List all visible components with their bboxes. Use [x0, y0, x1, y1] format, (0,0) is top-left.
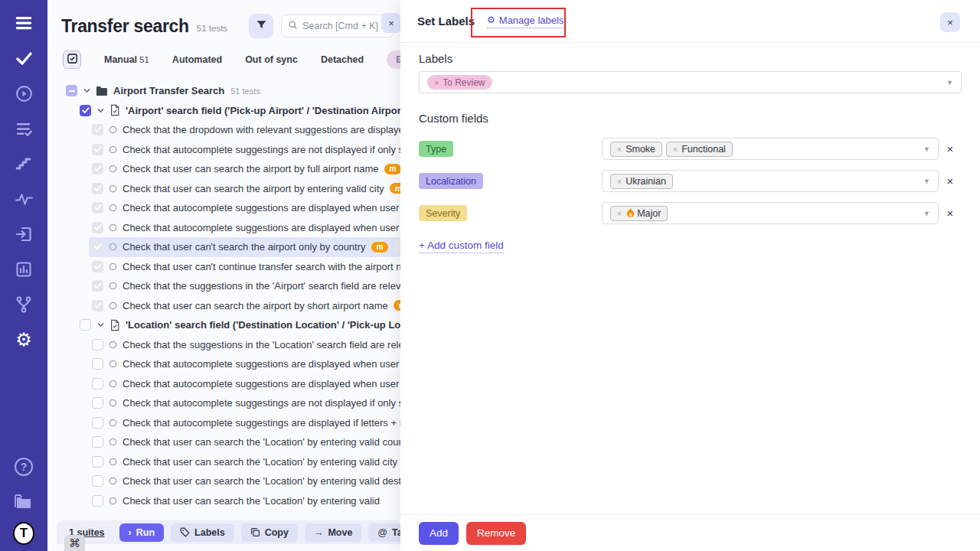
- sidebar-menu-icon[interactable]: [13, 12, 34, 34]
- row-checkbox[interactable]: [92, 163, 103, 174]
- test-row[interactable]: Check that autocomplete suggestings are …: [47, 413, 400, 433]
- sidebar-logo-icon[interactable]: T: [13, 527, 34, 548]
- test-row[interactable]: Check that user can search the 'Location…: [47, 452, 400, 472]
- row-checkbox[interactable]: [92, 456, 103, 468]
- remove-field-button[interactable]: ×: [939, 174, 962, 187]
- row-title: Check that autocomplete suggestions are …: [122, 358, 400, 370]
- tab-estimate[interactable]: Estimate: [387, 51, 400, 69]
- circle-icon: [109, 341, 117, 349]
- search-clear-button[interactable]: ×: [381, 13, 400, 33]
- row-checkbox[interactable]: [92, 495, 103, 507]
- test-row[interactable]: Check that autocomplete suggestions are …: [47, 198, 400, 218]
- test-row[interactable]: Check that autocomplete suggestions are …: [47, 218, 400, 238]
- suite-row[interactable]: 'Airport' search field ('Pick-up Airport…: [47, 101, 400, 121]
- row-checkbox[interactable]: [80, 319, 91, 331]
- row-checkbox[interactable]: [92, 417, 103, 429]
- sidebar-pulse-icon[interactable]: [13, 188, 34, 210]
- test-row[interactable]: Check that user can't continue transfer …: [47, 257, 400, 277]
- Labels-button[interactable]: Labels: [171, 523, 234, 542]
- add-button[interactable]: Add: [419, 522, 459, 545]
- sidebar-list-check-icon[interactable]: [13, 118, 34, 139]
- row-checkbox[interactable]: [92, 183, 103, 194]
- remove-value-icon[interactable]: ×: [673, 145, 678, 154]
- sidebar-play-circle-icon[interactable]: [13, 83, 34, 104]
- test-row[interactable]: Check that user can search the 'Location…: [47, 491, 400, 511]
- row-checkbox[interactable]: [66, 85, 77, 96]
- remove-value-icon[interactable]: ×: [617, 177, 622, 186]
- test-row[interactable]: Check that autocomplete suggestions are …: [47, 354, 400, 374]
- sidebar-import-icon[interactable]: [13, 223, 34, 245]
- labels-select[interactable]: ×To Review▼: [419, 71, 962, 93]
- test-row[interactable]: Check that the suggestions in the 'Airpo…: [47, 276, 400, 296]
- sidebar-steps-icon[interactable]: [13, 153, 34, 174]
- row-checkbox[interactable]: [92, 202, 103, 214]
- row-checkbox[interactable]: [92, 124, 103, 135]
- page-title: Transfer search: [61, 16, 189, 37]
- tab-manual[interactable]: Manual51: [104, 54, 149, 65]
- suite-row[interactable]: Airport Transfer Search51 tests: [47, 81, 400, 101]
- row-checkbox[interactable]: [80, 105, 91, 116]
- tab-automated[interactable]: Automated: [172, 54, 222, 65]
- Run-button[interactable]: ›Run: [119, 523, 164, 542]
- row-checkbox[interactable]: [92, 261, 103, 272]
- remove-value-icon[interactable]: ×: [617, 209, 622, 218]
- chevron-down-icon[interactable]: [96, 321, 105, 329]
- row-checkbox[interactable]: [92, 358, 103, 370]
- close-panel-button[interactable]: ×: [940, 12, 960, 32]
- sidebar-bar-chart-icon[interactable]: [13, 259, 34, 280]
- test-row[interactable]: Check that user can search the airport b…: [47, 296, 400, 316]
- add-custom-field-link[interactable]: + Add custom field: [419, 240, 504, 253]
- sidebar-branch-icon[interactable]: [13, 294, 34, 315]
- remove-field-button[interactable]: ×: [939, 142, 962, 155]
- row-checkbox[interactable]: [92, 144, 103, 155]
- row-checkbox[interactable]: [92, 475, 103, 487]
- tab-detached[interactable]: Detached: [321, 54, 364, 65]
- test-row[interactable]: Check that user can't search the airport…: [47, 237, 400, 257]
- dropdown-caret-icon: ▼: [946, 79, 953, 86]
- search-input[interactable]: [302, 21, 379, 31]
- test-row[interactable]: Check that autocomplete suggestions are …: [47, 374, 400, 394]
- row-checkbox[interactable]: [92, 397, 103, 409]
- row-checkbox[interactable]: [92, 241, 103, 253]
- suite-row[interactable]: 'Location' search field ('Destination Lo…: [47, 315, 400, 335]
- manage-labels-link[interactable]: ⚙ Manage labels: [487, 15, 564, 28]
- row-checkbox[interactable]: [92, 378, 103, 390]
- field-values-select[interactable]: ×Major▼: [602, 202, 939, 224]
- row-checkbox[interactable]: [92, 339, 103, 350]
- field-values-select[interactable]: ×Smoke×Functional▼: [602, 138, 939, 160]
- remove-button[interactable]: Remove: [466, 522, 526, 545]
- test-row[interactable]: Check that autocomplete suggestings are …: [47, 140, 400, 160]
- test-row[interactable]: Check that user can search the 'Location…: [47, 432, 400, 452]
- row-checkbox[interactable]: [92, 280, 103, 292]
- chevron-down-icon[interactable]: [83, 86, 91, 95]
- test-row[interactable]: Check that user can search the airport b…: [47, 179, 400, 199]
- remove-field-button[interactable]: ×: [939, 207, 962, 220]
- test-row[interactable]: Check that user can search the 'Location…: [47, 471, 400, 491]
- value-label: Major: [637, 208, 661, 219]
- tab-out-of-sync[interactable]: Out of sync: [245, 54, 298, 65]
- test-row[interactable]: Check that user can search the airport b…: [47, 159, 400, 179]
- sidebar-check-icon[interactable]: [13, 47, 34, 69]
- test-row[interactable]: Check that the suggestions in the 'Locat…: [47, 335, 400, 355]
- test-row[interactable]: Check that the dropdown with relevant su…: [47, 120, 400, 140]
- app-sidebar: ⚙?T: [0, 0, 47, 551]
- row-checkbox[interactable]: [92, 300, 103, 311]
- select-mode-toggle[interactable]: [63, 51, 81, 69]
- field-values-select[interactable]: ×Ukrainian▼: [602, 170, 939, 192]
- row-checkbox[interactable]: [92, 222, 103, 233]
- sidebar-gear-icon[interactable]: ⚙: [13, 329, 34, 350]
- row-title: Check that user can search the 'Location…: [122, 495, 380, 507]
- button-label: Run: [136, 527, 155, 538]
- sidebar-folder-icon[interactable]: [13, 491, 34, 513]
- Tags-button[interactable]: @Tags: [368, 523, 400, 542]
- test-row[interactable]: Check that autocomplete suggestings are …: [47, 393, 400, 413]
- sidebar-help-icon[interactable]: ?: [13, 456, 34, 478]
- chevron-down-icon[interactable]: [96, 106, 105, 115]
- Copy-button[interactable]: Copy: [241, 523, 298, 542]
- Move-button[interactable]: →Move: [305, 523, 361, 542]
- remove-value-icon[interactable]: ×: [434, 78, 439, 87]
- search-box[interactable]: ×: [281, 15, 394, 37]
- filter-button[interactable]: [249, 14, 273, 38]
- remove-value-icon[interactable]: ×: [617, 145, 622, 154]
- row-checkbox[interactable]: [92, 436, 103, 448]
